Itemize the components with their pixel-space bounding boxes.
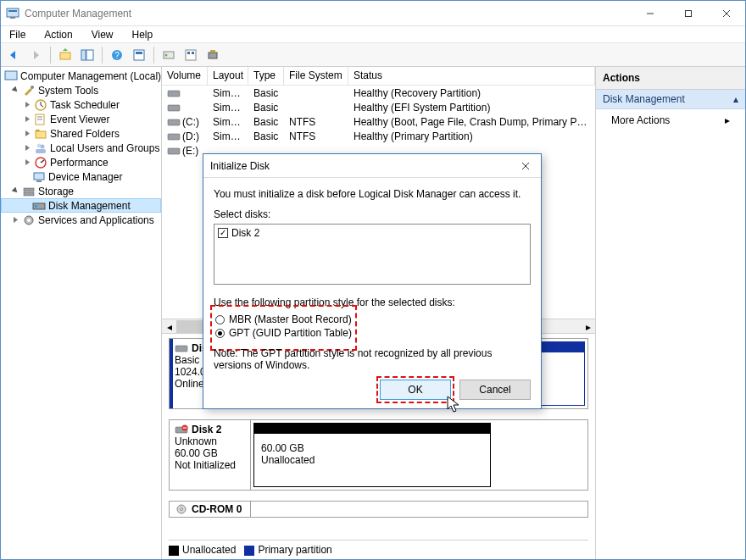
col-type[interactable]: Type [248,67,284,85]
nav-back-button[interactable] [4,46,23,64]
svg-rect-16 [186,50,196,60]
tree-disk-management[interactable]: Disk Management [1,198,161,213]
help-button[interactable]: ? [108,46,126,64]
performance-icon [34,156,47,169]
radio-gpt[interactable]: GPT (GUID Partition Table) [215,326,352,340]
volume-row[interactable]: Simple Basic Healthy (EFI System Partiti… [162,100,595,114]
dialog-close-button[interactable] [517,158,534,175]
menu-action[interactable]: Action [41,27,75,42]
disk-unknown-icon [175,424,188,435]
maximize-button[interactable] [669,1,707,25]
tree-label: Storage [38,186,74,197]
svg-rect-12 [134,50,144,60]
actions-group-disk-management[interactable]: Disk Management ▴ [596,90,745,109]
svg-rect-19 [209,53,217,58]
tree-device-manager[interactable]: Device Manager [1,169,161,184]
tree-storage[interactable]: Storage [1,184,161,198]
expand-icon[interactable] [11,215,20,225]
radio-gpt-label: GPT (GUID Partition Table) [229,327,352,339]
disk-info: Unknown [175,435,245,447]
checkbox-icon[interactable] [218,228,228,238]
expand-icon[interactable] [23,129,32,138]
tree-label: System Tools [38,85,98,97]
svg-point-15 [165,53,168,56]
tools-icon [22,84,36,97]
col-status[interactable]: Status [348,67,595,85]
tool-icon[interactable] [159,46,178,64]
menu-help[interactable]: Help [129,27,157,42]
col-fs[interactable]: File System [284,67,348,85]
action-more-actions[interactable]: More Actions ▸ [596,109,745,131]
expand-icon[interactable] [23,143,32,152]
close-button[interactable] [707,1,745,25]
disk-block-cdrom[interactable]: CD-ROM 0 [169,501,588,518]
tree-system-tools[interactable]: System Tools [1,83,161,97]
disk-select-item[interactable]: Disk 2 [218,226,526,240]
col-layout[interactable]: Layout [208,67,248,85]
event-icon [34,113,47,126]
tree-performance[interactable]: Performance [1,155,161,169]
svg-rect-36 [36,180,42,182]
cancel-button[interactable]: Cancel [459,380,531,400]
tree-local-users[interactable]: Local Users and Groups [1,141,161,155]
tree-shared-folders[interactable]: Shared Folders [1,126,161,141]
partition-style-label: Use the following partition style for th… [214,297,531,308]
disk-block-2[interactable]: Disk 2 Unknown 60.00 GB Not Initialized … [169,419,588,491]
mouse-cursor-icon [447,396,462,414]
tree-pane[interactable]: Computer Management (Local) System Tools… [1,67,162,559]
disk-icon [175,343,188,353]
scroll-right-arrow[interactable]: ▸ [581,319,595,334]
radio-icon[interactable] [215,315,225,324]
tool-icon[interactable] [181,46,200,64]
legend-unallocated: Unallocated [182,544,236,556]
folder-shared-icon [34,127,47,141]
minimize-button[interactable] [631,1,669,25]
dialog-note: Note: The GPT partition style is not rec… [214,347,531,371]
volume-row[interactable]: Simple Basic Healthy (Recovery Partition… [162,86,595,100]
expand-icon[interactable] [23,100,32,109]
svg-point-53 [181,508,183,511]
radio-mbr[interactable]: MBR (Master Boot Record) [215,313,352,326]
toolbar-separator [50,47,51,64]
disk-info: Not Initialized [175,459,245,471]
tree-label: Local Users and Groups [50,142,159,154]
tree-task-scheduler[interactable]: Task Scheduler [1,97,161,112]
svg-rect-17 [187,52,190,54]
tree-label: Disk Management [48,200,131,212]
nav-forward-button[interactable] [26,46,45,64]
volume-row[interactable]: (D:) Simple Basic NTFS Healthy (Primary … [162,129,595,143]
disk-title: CD-ROM 0 [192,503,242,515]
expand-icon[interactable] [23,114,32,124]
toolbar-separator [153,47,154,64]
ok-button[interactable]: OK [380,380,451,400]
tree-services-apps[interactable]: Services and Applications [1,213,161,227]
refresh-button[interactable] [130,46,148,64]
submenu-arrow-icon: ▸ [725,114,730,126]
actions-header: Actions [596,67,745,90]
volume-row[interactable]: (C:) Simple Basic NTFS Healthy (Boot, Pa… [162,114,595,129]
menu-file[interactable]: File [6,27,29,42]
expand-icon[interactable] [11,186,20,196]
disk-select-list[interactable]: Disk 2 [214,224,531,285]
tree-event-viewer[interactable]: Event Viewer [1,112,161,126]
partition-size: 60.00 GB [261,442,483,454]
expand-icon[interactable] [11,86,20,95]
svg-rect-4 [685,10,691,16]
menu-view[interactable]: View [88,27,117,42]
expand-icon[interactable] [23,158,32,167]
up-button[interactable] [56,46,75,64]
app-icon [6,7,19,20]
initialize-disk-dialog: Initialize Disk You must initialize a di… [203,153,542,409]
tool-icon[interactable] [203,46,222,64]
partition-state: Unallocated [261,454,483,466]
svg-rect-1 [8,10,17,12]
col-volume[interactable]: Volume [162,67,208,85]
device-icon [32,170,46,184]
show-hide-tree-button[interactable] [78,46,97,64]
radio-icon[interactable] [215,329,225,338]
disk-title: Disk 2 [192,424,221,435]
scroll-left-arrow[interactable]: ◂ [162,319,176,334]
collapse-icon[interactable]: ▴ [733,93,738,105]
dialog-titlebar: Initialize Disk [203,154,541,178]
tree-root[interactable]: Computer Management (Local) [1,69,161,83]
